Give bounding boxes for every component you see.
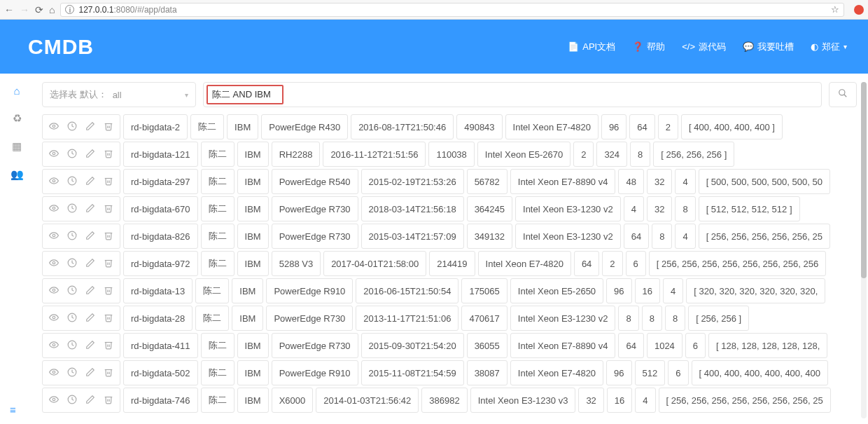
- view-icon[interactable]: [49, 176, 59, 188]
- table-row: rd-bigdata-297陈二IBMPowerEdge R5402015-02…: [42, 169, 857, 194]
- history-icon[interactable]: [67, 121, 77, 133]
- sidebar-table-icon[interactable]: ▦: [12, 140, 22, 153]
- row-actions: [42, 224, 120, 249]
- cell-cpu: Intel Xeon E3-1230 v2: [510, 306, 616, 331]
- table-select[interactable]: 选择表 默认： all ▾: [42, 82, 196, 107]
- sidebar-users-icon[interactable]: 👥: [10, 168, 24, 181]
- delete-icon[interactable]: [104, 313, 113, 324]
- history-icon[interactable]: [67, 395, 77, 406]
- view-icon[interactable]: [49, 258, 59, 270]
- row-actions: [42, 169, 120, 194]
- cell-arr: [ 256, 256, 256, 256, 256, 256, 256, 256: [649, 251, 826, 276]
- sidebar-home-icon[interactable]: ⌂: [13, 85, 20, 97]
- cell-cpu: Intel Xeon E7-4820: [510, 360, 603, 385]
- forward-icon[interactable]: →: [20, 4, 29, 15]
- edit-icon[interactable]: [85, 285, 95, 297]
- cell-model: PowerEdge R730: [272, 196, 358, 221]
- cell-host: rd-bigdata-502: [123, 360, 198, 385]
- menu-help[interactable]: ❓ 帮助: [632, 41, 665, 53]
- extension-icon[interactable]: [854, 5, 864, 15]
- cell-owner: 陈二: [201, 142, 234, 167]
- view-icon[interactable]: [49, 340, 59, 352]
- delete-icon[interactable]: [104, 231, 113, 242]
- cell-a: 32: [578, 388, 603, 413]
- menu-user[interactable]: ◐ 郑征 ▾: [811, 41, 847, 53]
- history-icon[interactable]: [67, 176, 77, 188]
- history-icon[interactable]: [67, 340, 77, 352]
- vertical-scrollbar[interactable]: [861, 82, 867, 418]
- cell-owner: 陈二: [201, 196, 234, 221]
- edit-icon[interactable]: [85, 149, 95, 160]
- delete-icon[interactable]: [104, 121, 113, 133]
- edit-icon[interactable]: [85, 340, 95, 352]
- history-icon[interactable]: [67, 313, 77, 324]
- cell-vendor: IBM: [232, 278, 263, 303]
- history-icon[interactable]: [67, 367, 77, 379]
- cell-vendor: IBM: [237, 388, 269, 413]
- sidebar-recycle-icon[interactable]: ♻: [13, 112, 22, 125]
- menu-api-doc-label: API文档: [582, 41, 615, 53]
- history-icon[interactable]: [67, 258, 77, 270]
- search-button[interactable]: [829, 82, 857, 107]
- edit-icon[interactable]: [85, 176, 95, 188]
- cell-time: 2015-03-14T21:57:09: [361, 224, 464, 249]
- cell-owner: 陈二: [201, 333, 234, 358]
- query-input[interactable]: 陈二 AND IBM: [206, 85, 284, 104]
- select-value: all: [113, 90, 122, 100]
- edit-icon[interactable]: [85, 231, 95, 242]
- file-icon: 📄: [568, 41, 579, 52]
- view-icon[interactable]: [49, 121, 59, 133]
- sidebar-collapse-icon[interactable]: ≡: [10, 404, 16, 416]
- history-icon[interactable]: [67, 285, 77, 297]
- edit-icon[interactable]: [85, 313, 95, 324]
- view-icon[interactable]: [49, 313, 59, 324]
- menu-feedback[interactable]: 💬 我要吐槽: [743, 41, 794, 53]
- menu-source[interactable]: </> 源代码: [682, 41, 726, 53]
- cell-time: 2015-11-08T21:54:59: [361, 360, 464, 385]
- query-input-value: 陈二 AND IBM: [212, 88, 271, 101]
- view-icon[interactable]: [49, 203, 59, 215]
- edit-icon[interactable]: [85, 258, 95, 270]
- cell-b: 16: [635, 278, 660, 303]
- delete-icon[interactable]: [104, 176, 113, 188]
- back-icon[interactable]: ←: [4, 4, 14, 15]
- reload-icon[interactable]: ⟳: [35, 4, 43, 15]
- cell-num: 490843: [456, 114, 502, 139]
- cell-a: 8: [618, 306, 638, 331]
- delete-icon[interactable]: [104, 340, 113, 352]
- history-icon[interactable]: [67, 231, 77, 242]
- row-actions: [42, 333, 120, 358]
- delete-icon[interactable]: [104, 258, 113, 270]
- delete-icon[interactable]: [104, 395, 113, 406]
- menu-user-label: 郑征: [822, 41, 840, 53]
- bookmark-star-icon[interactable]: ☆: [831, 4, 839, 15]
- scrollbar-thumb[interactable]: [861, 82, 867, 278]
- view-icon[interactable]: [49, 231, 59, 242]
- edit-icon[interactable]: [85, 121, 95, 133]
- view-icon[interactable]: [49, 285, 59, 297]
- edit-icon[interactable]: [85, 367, 95, 379]
- cell-host: rd-bigdata-2: [123, 114, 188, 139]
- delete-icon[interactable]: [104, 367, 113, 379]
- site-info-icon[interactable]: i: [65, 5, 74, 14]
- view-icon[interactable]: [49, 395, 59, 406]
- delete-icon[interactable]: [104, 149, 113, 160]
- delete-icon[interactable]: [104, 203, 113, 215]
- history-icon[interactable]: [67, 149, 77, 160]
- url-bar[interactable]: i 127.0.0.1:8080/#/app/data ☆: [60, 3, 844, 17]
- cell-model: PowerEdge R910: [266, 278, 353, 303]
- delete-icon[interactable]: [104, 285, 113, 297]
- home-icon[interactable]: ⌂: [49, 4, 55, 15]
- view-icon[interactable]: [49, 367, 59, 379]
- history-icon[interactable]: [67, 203, 77, 215]
- cell-cpu: Intel Xeon E5-2670: [477, 142, 570, 167]
- svg-point-16: [52, 316, 55, 319]
- menu-api-doc[interactable]: 📄 API文档: [568, 41, 615, 53]
- content-area: 选择表 默认： all ▾ 陈二 AND IBM rd-bigdata-2陈二I…: [34, 74, 868, 424]
- edit-icon[interactable]: [85, 203, 95, 215]
- svg-point-0: [839, 90, 845, 95]
- edit-icon[interactable]: [85, 395, 95, 406]
- cell-owner: 陈二: [195, 306, 229, 331]
- cell-cpu: Intel Xeon E3-1230 v3: [470, 388, 576, 413]
- view-icon[interactable]: [49, 149, 59, 160]
